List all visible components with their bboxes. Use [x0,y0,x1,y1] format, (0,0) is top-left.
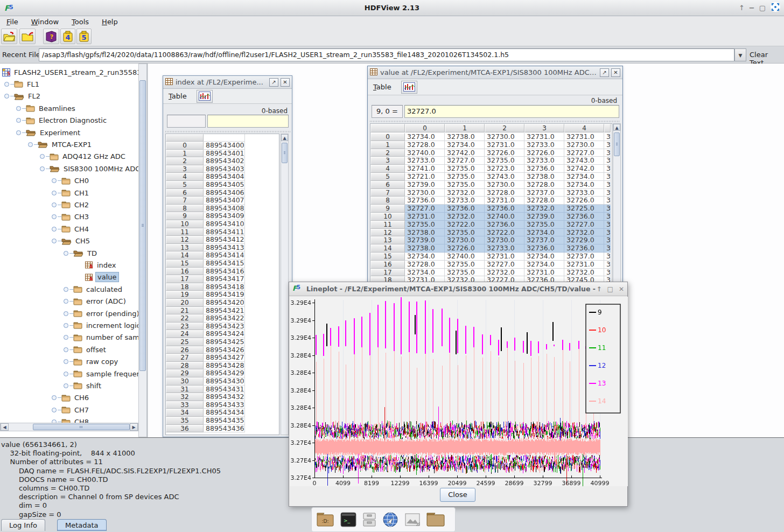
column-header[interactable]: 4 [564,124,604,132]
tree-item-ch8[interactable]: CH8 [52,417,90,423]
help-book-icon[interactable]: ? [43,29,59,44]
expand-handle-icon[interactable] [64,383,68,388]
expand-handle-icon[interactable] [64,347,68,352]
tree-item-sis8300-100mhz-adc[interactable]: SIS8300 100MHz ADC [40,163,138,174]
tree-horizontal-scrollbar[interactable]: ◀ ▶ [0,423,138,431]
expand-handle-icon[interactable] [52,227,57,232]
table-row[interactable]: 36889543436 [166,425,245,433]
tree-item-mtca-exp1[interactable]: MTCA-EXP1 [28,139,93,150]
tree-item-ch5[interactable]: CH5 [52,236,92,247]
expand-handle-icon[interactable] [64,323,68,328]
close-icon[interactable]: ✕ [619,285,624,293]
column-header[interactable]: 3 [524,124,564,132]
expand-handle-icon[interactable] [64,335,68,340]
index-cell-ref-field[interactable] [167,115,206,128]
table-row[interactable]: 1889543401 [166,150,245,158]
expand-handle-icon[interactable] [52,178,57,183]
table-row[interactable]: 24889543424 [166,330,245,338]
tree-item-sample-frequency[interactable]: sample frequency [64,368,138,379]
tree-item-flash2-user1-stream-2-run35583-file[interactable]: 5FLASH2_USER1_stream_2_run35583_file... [2,67,138,78]
chart-icon[interactable] [197,90,213,103]
maximize-icon[interactable]: ↗ [600,68,609,77]
table-row[interactable]: 432741.032735.032723.032736.032742.032 [370,165,611,173]
table-row[interactable]: 832736.032733.032731.032728.032726.032 [370,197,611,205]
tree-item-value[interactable]: Avalue [75,272,119,283]
table-row[interactable]: 16889543416 [166,268,245,276]
menu-file[interactable]: File [0,17,25,27]
tree-item-fl2[interactable]: FL2 [4,91,42,102]
expand-handle-icon[interactable] [40,154,45,159]
table-row[interactable]: 31889543431 [166,386,245,394]
expand-handle-icon[interactable] [52,395,57,400]
table-row[interactable]: 2889543402 [166,157,245,165]
table-row[interactable]: 35889543435 [166,417,245,425]
table-row[interactable]: 23889543423 [166,323,245,331]
table-menu[interactable]: Table [368,83,391,91]
image-viewer-icon[interactable] [404,512,421,527]
tree-item-experiment[interactable]: Experiment [16,127,82,138]
collapse-handle-icon[interactable] [16,130,21,135]
table-row[interactable]: 32889543432 [166,393,245,401]
close-button[interactable]: Close [440,488,475,502]
expand-handle-icon[interactable] [64,311,68,316]
tree-vertical-scrollbar[interactable] [138,64,147,437]
collapse-handle-icon[interactable] [64,251,68,256]
table-row[interactable]: 4889543404 [166,173,245,181]
archive-icon[interactable] [362,512,376,528]
menu-tools[interactable]: Tools [65,17,95,27]
recent-files-path-field[interactable]: /asap3/flash/gpfs/fl24/2020/data/1100886… [39,48,734,61]
table-row[interactable]: 11889543411 [166,228,245,236]
hdf4-icon[interactable]: 4 [60,29,75,44]
browser-icon[interactable] [382,511,399,528]
tree-item-calculated[interactable]: calculated [64,284,124,295]
table-row[interactable]: 032734.032738.032730.032731.032731.032 [370,133,611,141]
expand-handle-icon[interactable] [4,82,9,87]
tree-item-error-adc[interactable]: error (ADC) [64,296,128,307]
expand-handle-icon[interactable] [16,106,21,111]
expand-handle-icon[interactable] [52,202,57,207]
value-window-titlebar[interactable]: value at /FL2/Experiment/MTCA-EXP1/SIS83… [368,66,622,79]
table-row[interactable]: 25889543425 [166,338,245,346]
table-row[interactable]: 21889543421 [166,307,245,315]
table-row[interactable]: 5889543405 [166,181,245,189]
screenshot-icon[interactable] [770,2,781,14]
expand-handle-icon[interactable] [52,191,57,195]
table-row[interactable]: 10889543410 [166,220,245,228]
table-row[interactable]: 12889543412 [166,236,245,244]
index-window-titlebar[interactable]: index at /FL2/Experime... ↗ ✕ [163,76,292,89]
tree-item-electron-diagnostic[interactable]: Electron Diagnostic [16,115,108,126]
table-row[interactable]: 14889543414 [166,251,245,260]
tree-item-raw-copy[interactable]: raw copy [64,356,120,367]
collapse-handle-icon[interactable] [4,94,9,99]
expand-handle-icon[interactable] [64,372,68,376]
table-row[interactable]: 6889543406 [166,189,245,197]
table-row[interactable]: 22889543422 [166,314,245,323]
maximize-icon[interactable]: □ [607,285,613,293]
table-row[interactable]: 8889543408 [166,205,245,213]
file-manager-icon[interactable]: :D: [316,512,334,528]
tree-item-index[interactable]: Aindex [75,260,118,270]
lineplot-titlebar[interactable]: F5 Lineplot - /FL2/Experiment/MTCA-EXP1/… [289,282,627,296]
index-cell-value-field[interactable] [207,115,289,128]
table-row[interactable]: 13889543413 [166,244,245,252]
table-row[interactable]: 28889543428 [166,362,245,370]
close-file-icon[interactable] [19,29,36,44]
value-cell-ref-field[interactable]: 9, 0 = [372,105,403,118]
expand-handle-icon[interactable] [64,359,68,364]
table-row[interactable]: 18889543418 [166,283,245,291]
minimize-icon[interactable]: − [749,4,755,12]
expand-handle-icon[interactable] [52,214,57,219]
value-table-scrollbar[interactable]: ▲ [613,123,621,301]
tree-item-increment-logic[interactable]: increment logic [64,320,138,331]
table-row[interactable]: 1032731.032732.032740.032739.032736.032 [370,213,611,221]
table-row[interactable]: 15889543415 [166,260,245,268]
recent-files-dropdown-icon[interactable]: ▼ [734,48,746,61]
tree-item-beamlines[interactable]: Beamlines [16,103,77,114]
table-row[interactable]: 1532734.032740.032731.032734.032737.032 [370,253,611,261]
table-row[interactable]: 3889543403 [166,165,245,173]
table-row[interactable]: 7889543407 [166,197,245,205]
tree-item-td[interactable]: TD [64,248,99,258]
folder-icon[interactable] [426,512,445,528]
table-row[interactable]: 33889543433 [166,401,245,409]
expand-handle-icon[interactable] [52,408,57,412]
